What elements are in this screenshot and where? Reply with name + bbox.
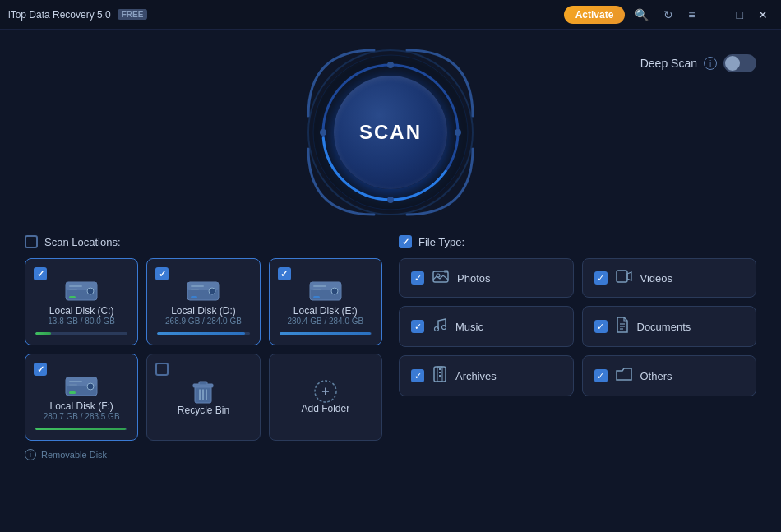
refresh-icon[interactable]: ↻ [659,7,678,23]
svg-rect-31 [69,391,76,394]
disk-card-d[interactable]: ✓ Local Disk (D:) 268.9 GB / 28 [146,258,260,345]
recycle-bin-icon [192,378,215,405]
disk-e-name: Local Disk (E:) [280,305,372,317]
disk-e-progress-bar [280,332,371,335]
main-content: Deep Scan i [0,30,781,532]
scan-button[interactable]: SCAN [334,76,447,189]
photos-label: Photos [457,272,490,285]
disk-c-name: Local Disk (C:) [35,305,127,317]
minimize-icon[interactable]: — [705,7,727,23]
activate-button[interactable]: Activate [564,6,626,24]
bottom-section: Scan Locations: ✓ [25,235,756,460]
disk-d-icon-area [157,275,249,302]
file-type-others[interactable]: ✓ Others [582,355,757,396]
disk-f-checkbox[interactable]: ✓ [34,363,47,376]
disk-c-size: 13.8 GB / 80.0 GB [35,317,127,326]
recycle-bin-card[interactable]: Recycle Bin [146,354,260,441]
disk-d-progress-bar [157,332,245,335]
svg-point-4 [387,62,394,68]
file-type-archives[interactable]: ✓ Archives [399,355,574,396]
svg-point-16 [209,288,215,294]
disk-d-size: 268.9 GB / 284.0 GB [157,317,249,326]
menu-icon[interactable]: ≡ [683,7,700,23]
disk-f-progress [35,428,127,430]
disk-f-name: Local Disk (F:) [35,400,127,412]
disk-e-icon-area [280,275,372,302]
scan-area: SCAN [25,46,756,219]
disk-e-progress [280,332,372,335]
file-type-header: ✓ File Type: [399,235,756,248]
svg-rect-19 [191,296,197,298]
music-icon [432,317,447,335]
scan-locations: Scan Locations: ✓ [25,235,382,460]
disk-f-progress-bar [35,428,126,430]
add-folder-label: Add Folder [301,403,349,414]
svg-rect-29 [69,381,82,382]
file-type-grid: ✓ Photos ✓ [399,258,756,396]
scan-locations-label: Scan Locations: [44,236,121,248]
svg-point-10 [87,288,94,294]
photos-checkbox[interactable]: ✓ [411,271,424,285]
file-type-music[interactable]: ✓ Music [399,306,574,347]
disk-card-c[interactable]: ✓ Local Disk (C:) [25,258,138,345]
app-title: iTop Data Recovery 5.0 [8,9,111,21]
documents-label: Documents [637,321,691,333]
disk-c-icon-area [35,275,127,302]
svg-rect-17 [191,285,204,287]
music-checkbox[interactable]: ✓ [411,320,424,333]
svg-rect-34 [199,382,207,385]
removable-disk-label: Removable Disk [41,450,107,460]
file-type-documents[interactable]: ✓ Documents [582,306,757,347]
archives-checkbox[interactable]: ✓ [411,369,424,382]
disk-d-checkbox[interactable]: ✓ [155,267,169,280]
file-type-checkbox[interactable]: ✓ [399,235,412,248]
svg-text:+: + [321,384,329,398]
disk-c-checkbox[interactable]: ✓ [34,267,47,280]
archives-icon [432,366,447,386]
svg-rect-42 [444,270,448,273]
others-icon [616,367,632,385]
documents-icon [616,317,629,336]
photos-icon [432,269,449,287]
videos-icon [616,270,632,286]
checkmark-e: ✓ [280,269,288,280]
svg-point-28 [87,383,94,390]
videos-label: Videos [640,272,673,285]
recycle-bin-checkbox[interactable] [155,363,169,376]
svg-point-22 [331,288,338,294]
file-type-check-mark: ✓ [402,237,409,247]
svg-point-5 [387,197,394,203]
recycle-bin-label: Recycle Bin [178,405,229,416]
svg-rect-25 [313,296,320,298]
svg-rect-18 [191,289,199,290]
disk-card-e[interactable]: ✓ Local Disk (E:) 280.4 GB / 28 [269,258,382,345]
disk-e-size: 280.4 GB / 284.0 GB [280,317,372,326]
file-type-photos[interactable]: ✓ Photos [399,258,574,298]
disk-e-checkbox[interactable]: ✓ [278,267,291,280]
svg-point-6 [320,129,326,136]
add-folder-card[interactable]: + Add Folder [269,354,382,441]
disk-d-progress [157,332,249,335]
documents-checkbox[interactable]: ✓ [594,320,608,333]
svg-rect-11 [69,285,82,287]
scan-locations-checkbox[interactable] [25,235,38,248]
file-type-videos[interactable]: ✓ Videos [582,258,757,298]
music-label: Music [455,321,483,333]
disk-c-progress-bar [35,332,51,335]
svg-rect-23 [313,285,326,287]
scan-container: SCAN [304,46,477,219]
scan-locations-header: Scan Locations: [25,235,382,248]
disk-card-f[interactable]: ✓ Local Disk (F:) 280.7 GB / 28 [25,354,138,441]
removable-disk-icon: i [25,449,36,460]
archives-label: Archives [455,370,497,382]
search-icon[interactable]: 🔍 [630,7,654,23]
titlebar-right: Activate 🔍 ↻ ≡ — □ ✕ [564,6,773,24]
disk-f-size: 280.7 GB / 283.5 GB [35,412,127,421]
others-label: Others [640,370,672,382]
maximize-icon[interactable]: □ [732,7,748,23]
hdd-f-icon [64,371,99,397]
videos-checkbox[interactable]: ✓ [594,271,608,285]
others-checkbox[interactable]: ✓ [594,369,608,382]
file-type-label: File Type: [418,236,464,248]
close-icon[interactable]: ✕ [753,7,773,23]
